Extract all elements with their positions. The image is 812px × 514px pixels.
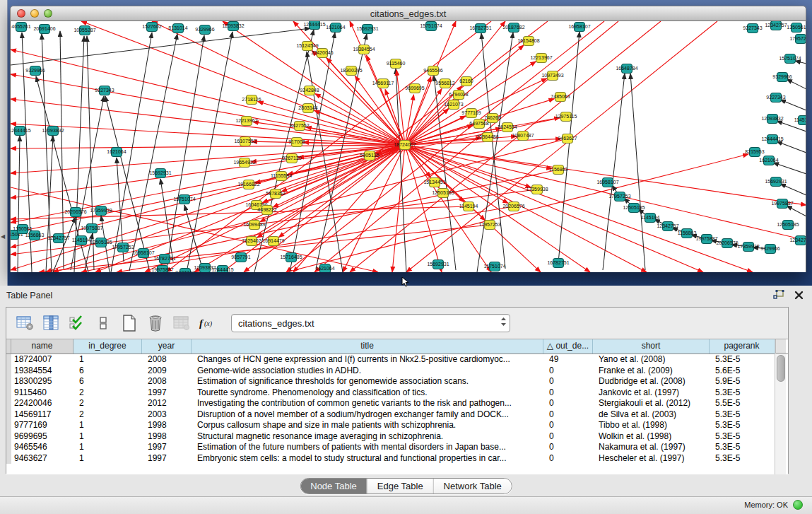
graph-edge[interactable] xyxy=(405,21,505,145)
table-row[interactable]: 977716911998Corpus callosum shape and si… xyxy=(6,420,788,431)
graph-node[interactable]: 16782751 xyxy=(153,255,175,264)
graph-node[interactable]: 19384554 xyxy=(353,45,375,54)
graph-node[interactable]: 1145194 xyxy=(794,116,806,125)
graph-node[interactable]: 2718126 xyxy=(242,95,261,105)
graph-node[interactable]: 12093832 xyxy=(222,22,244,31)
graph-node[interactable]: 12505185 xyxy=(777,221,799,230)
graph-edge[interactable] xyxy=(787,206,806,216)
graph-edge[interactable] xyxy=(314,21,618,272)
graph-node[interactable]: 15692931 xyxy=(427,260,449,269)
column-header-pagerank[interactable]: pagerank xyxy=(710,339,775,354)
graph-node[interactable]: 12213967 xyxy=(530,54,552,63)
graph-node[interactable]: 1621064 xyxy=(315,264,334,273)
select-rows-icon[interactable] xyxy=(67,313,87,333)
new-table-icon[interactable] xyxy=(119,313,139,333)
graph-edge[interactable] xyxy=(787,79,806,89)
graph-edge[interactable] xyxy=(630,74,645,270)
graph-node[interactable]: 16154808 xyxy=(517,37,539,46)
graph-node[interactable]: 4055761 xyxy=(11,23,30,32)
graph-node[interactable]: 16648784 xyxy=(616,64,637,74)
graph-node[interactable]: 16958107 xyxy=(596,178,618,187)
graph-node[interactable]: 1621064 xyxy=(326,23,345,33)
graph-edge[interactable] xyxy=(254,30,314,272)
panel-collapse-arrow-icon[interactable]: ◀ xyxy=(1,233,5,240)
column-header-year[interactable]: year xyxy=(142,339,192,354)
graph-node[interactable]: 17359938 xyxy=(526,185,548,194)
graph-node[interactable]: 22420046 xyxy=(311,49,333,58)
graph-edge[interactable] xyxy=(11,145,405,198)
graph-edge[interactable] xyxy=(405,145,806,240)
table-row[interactable]: 2242004622012Investigating the contribut… xyxy=(6,398,788,409)
graph-node[interactable]: 12444415 xyxy=(11,127,31,136)
graph-node[interactable]: 16914479 xyxy=(262,237,284,246)
graph-edge[interactable] xyxy=(603,74,625,270)
graph-node[interactable]: 12505185 xyxy=(623,204,645,213)
graph-edge[interactable] xyxy=(795,61,806,64)
float-icon[interactable] xyxy=(773,290,784,300)
vertical-scrollbar[interactable] xyxy=(775,354,786,474)
graph-edge[interactable] xyxy=(11,28,310,65)
graph-node[interactable]: 16958107 xyxy=(132,249,154,258)
graph-node[interactable]: 20206576 xyxy=(716,239,738,248)
graph-edge[interactable] xyxy=(405,145,590,272)
graph-node[interactable]: 17957253 xyxy=(789,35,806,44)
graph-edge[interactable] xyxy=(60,31,64,269)
graph-node[interactable]: 62160 xyxy=(459,77,473,86)
graph-node[interactable]: 9463627 xyxy=(558,134,577,144)
graph-node[interactable]: 12975115 xyxy=(555,112,577,122)
graph-node[interactable]: 18300295 xyxy=(340,66,362,76)
scrollbar-thumb[interactable] xyxy=(777,355,785,382)
graph-node[interactable]: 9329966 xyxy=(760,245,779,254)
graph-node[interactable]: 1621073 xyxy=(444,100,463,110)
graph-node[interactable]: 9115460 xyxy=(387,59,406,69)
graph-node[interactable]: 9699695 xyxy=(405,84,424,93)
graph-node[interactable]: 15716485 xyxy=(280,253,302,262)
graph-node[interactable]: 1156863 xyxy=(549,165,568,175)
graph-edge[interactable] xyxy=(166,35,204,272)
graph-node[interactable]: 6497568 xyxy=(469,119,488,129)
graph-node[interactable]: 15124549 xyxy=(296,42,318,51)
graph-node[interactable]: 19975887 xyxy=(81,224,102,233)
graph-node[interactable]: 15751074 xyxy=(173,195,195,204)
graph-node[interactable]: 12342757 xyxy=(789,236,806,245)
tab-node-table[interactable]: Node Table xyxy=(300,479,367,493)
graph-node[interactable]: 12342757 xyxy=(765,21,787,30)
graph-node[interactable]: 17957253 xyxy=(478,221,500,230)
graph-edge[interactable] xyxy=(396,69,406,272)
graph-node[interactable]: 8427552 xyxy=(290,122,309,131)
graph-node[interactable]: 9227343 xyxy=(743,24,762,33)
table-row[interactable]: 1456911722003Disruption of a novel membe… xyxy=(6,409,788,421)
graph-node[interactable]: 17957253 xyxy=(608,192,630,201)
graph-node[interactable]: 15134451 xyxy=(423,178,445,187)
graph-node[interactable]: 1145194 xyxy=(641,214,660,223)
graph-node[interactable]: 15692931 xyxy=(356,25,378,34)
import-table-icon[interactable] xyxy=(172,313,192,333)
graph-edge[interactable] xyxy=(477,33,513,272)
graph-node[interactable]: 17359938 xyxy=(90,206,112,216)
column-header-short[interactable]: short xyxy=(593,339,710,354)
graph-node[interactable]: 19975887 xyxy=(695,235,717,244)
show-column-icon[interactable] xyxy=(41,313,61,333)
column-header-title[interactable]: title xyxy=(192,339,543,354)
graph-node[interactable]: 15751074 xyxy=(483,262,505,271)
graph-node[interactable]: 12093832 xyxy=(42,127,64,136)
graph-node[interactable]: 8215953 xyxy=(745,148,764,157)
graph-node[interactable]: 17957253 xyxy=(112,243,134,252)
graph-node[interactable]: 1156863 xyxy=(678,229,697,238)
graph-node[interactable]: 9227343 xyxy=(95,86,114,95)
table-row[interactable]: 1938455462009Genome-wide association stu… xyxy=(6,366,788,377)
graph-edge[interactable] xyxy=(773,163,806,174)
graph-node[interactable]: 1156863 xyxy=(25,231,45,240)
column-header-out_de[interactable]: △ out_de... xyxy=(543,339,593,354)
graph-node[interactable]: 9227343 xyxy=(175,269,194,273)
graph-node[interactable]: 10055287 xyxy=(73,26,95,35)
graph-edge[interactable] xyxy=(18,136,20,272)
table-row[interactable]: 946554611997Estimation of the future num… xyxy=(6,442,788,453)
graph-node[interactable]: 20691406 xyxy=(33,25,55,34)
graph-edge[interactable] xyxy=(405,145,703,272)
graph-node[interactable]: 20187682 xyxy=(502,23,524,33)
graph-node[interactable]: 12444415 xyxy=(303,21,325,30)
table-row[interactable]: 1830029562008Estimation of significance … xyxy=(6,376,788,387)
tab-network-table[interactable]: Network Table xyxy=(433,479,512,493)
table-row[interactable]: 969969511998Structural magnetic resonanc… xyxy=(6,431,788,443)
